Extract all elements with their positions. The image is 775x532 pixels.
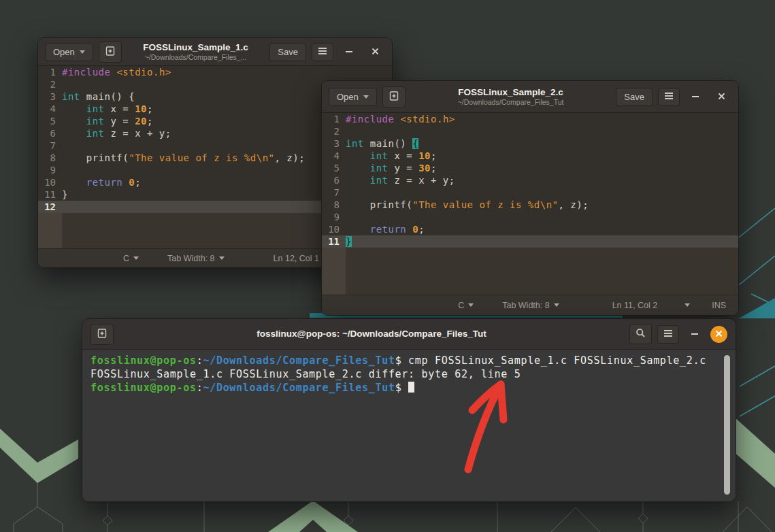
code-line: 4 int x = 10; xyxy=(322,150,738,162)
terminal-scrollbar[interactable] xyxy=(724,355,730,495)
line-number: 4 xyxy=(38,103,62,115)
terminal-cursor xyxy=(408,382,414,393)
line-number: 7 xyxy=(38,139,62,152)
close-button[interactable] xyxy=(711,88,731,105)
terminal-screen[interactable]: fosslinux@pop-os:~/Downloads/Compare_Fil… xyxy=(82,350,736,501)
line-number: 4 xyxy=(322,150,346,162)
chevron-down-icon xyxy=(554,303,559,307)
close-button[interactable] xyxy=(365,43,385,61)
line-number: 6 xyxy=(38,127,62,139)
document-title: FOSSLinux_Sample_1.c xyxy=(127,42,265,53)
code-line: 9 xyxy=(322,211,738,223)
code-line: 5 int y = 30; xyxy=(322,162,738,174)
line-number: 8 xyxy=(38,152,62,164)
code-line: 2 xyxy=(322,125,738,137)
editor2-gutter-fill xyxy=(322,248,346,295)
line-number: 8 xyxy=(322,199,346,211)
search-icon xyxy=(636,328,646,340)
terminal-line: fosslinux@pop-os:~/Downloads/Compare_Fil… xyxy=(90,381,727,395)
terminal-line: FOSSLinux_Sample_1.c FOSSLinux_Sample_2.… xyxy=(90,367,727,381)
code-line: 7 xyxy=(322,186,738,199)
cursor-position[interactable]: Ln 12, Col 1 xyxy=(274,254,319,263)
window-title: FOSSLinux_Sample_1.c ~/Downloads/Compare… xyxy=(127,42,265,62)
editor1-gutter-fill xyxy=(38,213,62,248)
editor2-statusbar: C Tab Width: 8 Ln 11, Col 2 INS xyxy=(322,295,738,315)
line-number: 5 xyxy=(322,162,346,174)
code-line: 6 int z = x + y; xyxy=(322,174,738,186)
language-selector[interactable]: C xyxy=(123,254,139,263)
terminal-output: fosslinux@pop-os:~/Downloads/Compare_Fil… xyxy=(90,354,727,395)
document-path: ~/Downloads/Compare_Files_Tut xyxy=(411,98,611,107)
line-number: 10 xyxy=(322,223,346,235)
line-number: 2 xyxy=(322,125,346,137)
line-number: 3 xyxy=(322,137,346,150)
line-number: 3 xyxy=(38,90,62,103)
editor2-body-fill xyxy=(346,248,738,295)
line-number: 11 xyxy=(322,235,346,248)
hamburger-icon xyxy=(664,92,674,102)
line-number: 9 xyxy=(38,164,62,176)
terminal-headerbar: fosslinux@pop-os: ~/Downloads/Compare_Fi… xyxy=(82,319,736,350)
chevron-down-icon xyxy=(219,256,225,260)
terminal-title: fosslinux@pop-os: ~/Downloads/Compare_Fi… xyxy=(119,329,624,339)
minimize-button[interactable] xyxy=(685,88,706,105)
line-number: 11 xyxy=(38,188,62,201)
new-tab-button[interactable] xyxy=(90,324,114,345)
cursor-position[interactable]: Ln 11, Col 2 xyxy=(612,301,657,310)
open-button[interactable]: Open xyxy=(45,43,93,61)
line-number: 5 xyxy=(38,115,62,127)
new-document-button[interactable] xyxy=(382,86,406,107)
minimize-icon xyxy=(346,51,352,52)
line-number: 2 xyxy=(38,78,62,90)
minimize-button[interactable] xyxy=(685,325,705,343)
chevron-down-icon xyxy=(468,303,474,307)
open-button[interactable]: Open xyxy=(329,88,377,106)
code-line: 11} xyxy=(322,235,738,248)
menu-button[interactable] xyxy=(312,43,333,61)
editor2-after-buffer xyxy=(322,248,738,295)
code-line: 3int main() { xyxy=(322,137,738,150)
document-title: FOSSLinux_Sample_2.c xyxy=(411,87,611,98)
menu-button[interactable] xyxy=(658,88,680,106)
terminal-line: fosslinux@pop-os:~/Downloads/Compare_Fil… xyxy=(90,354,727,367)
search-button[interactable] xyxy=(629,324,652,344)
save-button-label: Save xyxy=(278,47,298,57)
tab-width-selector[interactable]: Tab Width: 8 xyxy=(167,254,224,263)
chevron-down-icon xyxy=(363,95,369,99)
chevron-down-icon xyxy=(133,256,139,260)
save-button[interactable]: Save xyxy=(269,43,306,61)
editor1-headerbar: Open FOSSLinux_Sample_1.c ~/Downloads/Co… xyxy=(38,38,392,66)
line-number: 1 xyxy=(322,113,346,125)
editor2-text-area[interactable]: 1#include <stdio.h>23int main() {4 int x… xyxy=(322,113,738,295)
code-line: 10 return 0; xyxy=(322,223,738,235)
line-number: 6 xyxy=(322,174,346,186)
new-document-icon xyxy=(389,90,399,103)
line-number: 12 xyxy=(38,201,62,213)
editor2-window: Open FOSSLinux_Sample_2.c ~/Downloads/Co… xyxy=(321,80,739,316)
hamburger-icon xyxy=(663,329,673,339)
position-dropdown[interactable] xyxy=(685,303,690,307)
window-title: FOSSLinux_Sample_2.c ~/Downloads/Compare… xyxy=(411,87,611,107)
close-button[interactable] xyxy=(710,326,727,343)
save-button[interactable]: Save xyxy=(616,88,653,106)
new-tab-icon xyxy=(97,328,108,341)
language-selector[interactable]: C xyxy=(458,301,474,310)
save-button-label: Save xyxy=(624,92,644,102)
close-icon xyxy=(372,46,379,58)
menu-button[interactable] xyxy=(657,325,679,344)
hamburger-icon xyxy=(318,47,327,57)
close-icon xyxy=(718,90,725,103)
code-line: 8 printf("The value of z is %d\n", z); xyxy=(322,199,738,211)
new-document-button[interactable] xyxy=(99,41,122,63)
minimize-button[interactable] xyxy=(339,43,359,61)
line-number: 7 xyxy=(322,186,346,199)
line-number: 1 xyxy=(38,66,62,78)
line-number: 9 xyxy=(322,211,346,223)
open-button-label: Open xyxy=(53,47,75,57)
chevron-down-icon xyxy=(80,50,85,54)
code-line: 1#include <stdio.h> xyxy=(38,66,392,78)
tab-width-selector[interactable]: Tab Width: 8 xyxy=(502,301,559,310)
new-document-icon xyxy=(105,46,116,59)
editor2-headerbar: Open FOSSLinux_Sample_2.c ~/Downloads/Co… xyxy=(322,81,738,113)
chevron-down-icon xyxy=(685,303,690,307)
